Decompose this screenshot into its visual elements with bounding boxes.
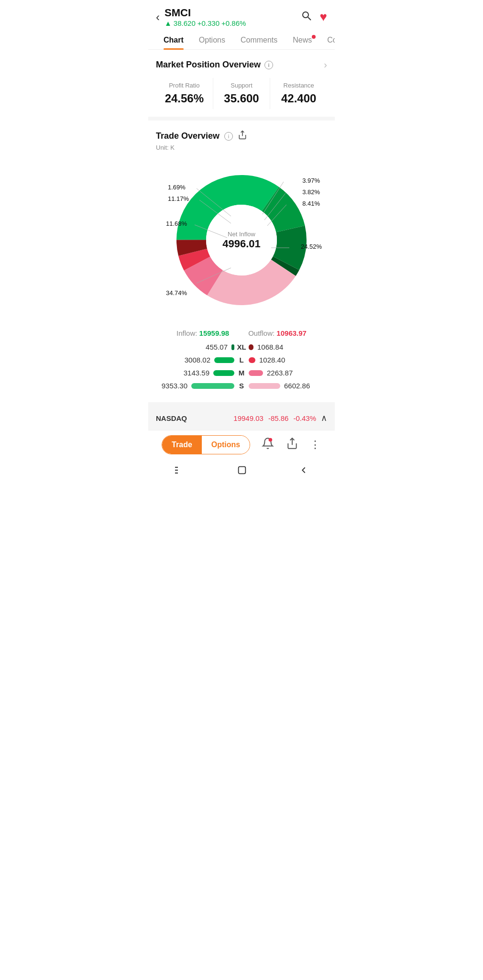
trade-button[interactable]: Trade	[162, 436, 202, 454]
flow-bar-l-red	[249, 357, 255, 363]
support-metric: Support 35.600	[213, 78, 271, 109]
flow-bar-m-red	[249, 370, 263, 376]
stock-change-value: +0.330	[198, 19, 220, 27]
support-label: Support	[215, 82, 268, 89]
market-position-section: Market Position Overview i › Profit Rati…	[148, 50, 335, 121]
market-position-chevron[interactable]: ›	[324, 59, 327, 70]
chart-label-34-74: 34.74%	[166, 289, 187, 297]
inflow-outflow-row: Inflow: 15959.98 Outflow: 10963.97	[156, 329, 327, 337]
nasdaq-name: NASDAQ	[156, 414, 187, 422]
chart-label-8-41: 8.41%	[302, 200, 320, 207]
system-home-icon[interactable]	[237, 465, 247, 478]
flow-amount-xl-right: 1068.84	[257, 343, 283, 351]
profit-ratio-metric: Profit Ratio 24.56%	[156, 78, 213, 109]
header-right: ♥	[301, 10, 327, 24]
nasdaq-right: 19949.03 -85.86 -0.43% ∧	[233, 413, 327, 423]
outflow-label: Outflow: 10963.97	[248, 329, 307, 337]
notification-icon[interactable]	[262, 437, 274, 452]
tab-comments[interactable]: Comments	[233, 31, 285, 49]
trade-overview-info-icon[interactable]: i	[224, 132, 233, 141]
trade-overview-section: Trade Overview i Unit: K	[148, 121, 335, 406]
back-button[interactable]: ‹	[156, 11, 160, 24]
flow-amount-l-right: 1028.40	[259, 356, 285, 364]
donut-center-text: Net Inflow 4996.01	[222, 231, 261, 250]
tab-news[interactable]: News	[285, 31, 319, 49]
flow-row-m: 3143.59 M 2263.87	[160, 369, 323, 377]
search-icon[interactable]	[301, 10, 312, 24]
trade-options-toggle: Trade Options	[162, 435, 250, 454]
flow-amount-s-left: 9353.30	[162, 382, 187, 390]
flow-left-s: 9353.30	[160, 382, 234, 390]
unit-label: Unit: K	[156, 144, 327, 151]
system-back-icon[interactable]	[298, 465, 309, 478]
flow-amount-s-right: 6602.86	[284, 382, 310, 390]
stock-price-row: ▲ 38.620 +0.330 +0.86%	[165, 19, 246, 27]
profit-ratio-label: Profit Ratio	[158, 82, 211, 89]
flow-bar-l-green	[214, 357, 234, 363]
profit-ratio-value: 24.56%	[158, 92, 211, 105]
share-button-icon[interactable]	[286, 437, 298, 452]
news-notification-dot	[312, 35, 316, 39]
stock-ticker: SMCI	[165, 7, 246, 19]
svg-point-0	[303, 12, 308, 18]
flow-right-s: 6602.86	[249, 382, 323, 390]
bottom-toolbar: Trade Options ⋮	[148, 430, 335, 459]
flow-bar-s-green	[191, 383, 234, 389]
svg-line-1	[308, 17, 311, 20]
flow-category-l: L	[234, 356, 249, 364]
options-button[interactable]: Options	[202, 436, 250, 454]
nasdaq-price: 19949.03	[233, 414, 263, 422]
trade-overview-title: Trade Overview	[156, 131, 220, 141]
flow-category-m: M	[234, 369, 249, 377]
trade-overview-header: Trade Overview i	[156, 130, 327, 142]
flow-category-xl: XL	[234, 343, 249, 351]
donut-chart: Net Inflow 4996.01 1.69% 11.17% 11.68% 3…	[160, 159, 323, 321]
system-menu-icon[interactable]	[174, 465, 186, 478]
resistance-metric: Resistance 42.400	[270, 78, 327, 109]
svg-point-10	[269, 438, 273, 442]
stock-pct-value: +0.86%	[221, 19, 246, 27]
nasdaq-change: -85.86	[268, 414, 289, 422]
header: ‹ SMCI ▲ 38.620 +0.330 +0.86% ♥	[148, 0, 335, 31]
inflow-value: 15959.98	[199, 329, 230, 337]
tab-chart[interactable]: Chart	[156, 31, 191, 49]
flow-right-m: 2263.87	[249, 369, 323, 377]
market-position-title: Market Position Overview i	[156, 60, 273, 70]
stock-info: SMCI ▲ 38.620 +0.330 +0.86%	[165, 7, 246, 27]
flow-bar-s-red	[249, 383, 280, 389]
tab-company[interactable]: Company	[319, 31, 335, 49]
tab-options[interactable]: Options	[191, 31, 233, 49]
chart-label-11-17: 11.17%	[168, 195, 189, 202]
system-nav	[148, 459, 335, 488]
nasdaq-bar: NASDAQ 19949.03 -85.86 -0.43% ∧	[148, 406, 335, 430]
flow-right-xl: 1068.84	[249, 343, 323, 351]
share-icon[interactable]	[238, 130, 247, 142]
flow-bar-xl-red	[249, 344, 253, 350]
resistance-label: Resistance	[272, 82, 325, 89]
market-position-info-icon[interactable]: i	[264, 61, 273, 69]
flow-bar-m-green	[213, 370, 234, 376]
inflow-label: Inflow: 15959.98	[176, 329, 229, 337]
flow-amount-m-left: 3143.59	[184, 369, 209, 377]
more-options-icon[interactable]: ⋮	[310, 439, 321, 451]
flow-amount-m-right: 2263.87	[267, 369, 293, 377]
donut-net-inflow-value: 4996.01	[222, 238, 261, 250]
flow-right-l: 1028.40	[249, 356, 323, 364]
flow-table: 455.07 XL 1068.84 3008.02 L 1028.40	[156, 343, 327, 390]
nasdaq-chevron-icon[interactable]: ∧	[321, 413, 327, 423]
tab-bar: Chart Options Comments News Company	[148, 31, 335, 50]
outflow-value: 10963.97	[276, 329, 307, 337]
flow-amount-xl-left: 455.07	[206, 343, 228, 351]
chart-label-1-69: 1.69%	[168, 184, 186, 191]
nasdaq-pct: -0.43%	[293, 414, 316, 422]
chart-label-3-97: 3.97%	[302, 177, 320, 184]
flow-row-s: 9353.30 S 6602.86	[160, 382, 323, 390]
resistance-value: 42.400	[272, 92, 325, 105]
chart-label-3-82: 3.82%	[302, 188, 320, 196]
donut-net-inflow-label: Net Inflow	[222, 231, 261, 238]
flow-category-s: S	[234, 382, 249, 390]
flow-amount-l-left: 3008.02	[185, 356, 210, 364]
arrow-up-icon: ▲	[165, 19, 172, 27]
favorite-icon[interactable]: ♥	[320, 10, 327, 24]
chart-label-24-52: 24.52%	[301, 243, 322, 250]
